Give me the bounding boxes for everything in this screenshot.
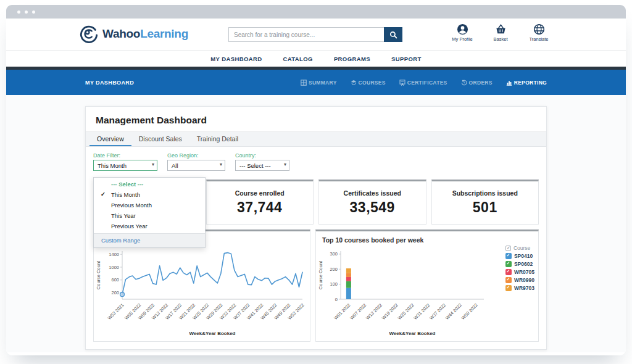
svg-text:Course Count: Course Count (318, 260, 323, 289)
dropdown-option-previous-year[interactable]: Previous Year (94, 221, 205, 231)
svg-text:W07 2022: W07 2022 (349, 302, 367, 321)
legend-label: SP0602 (514, 261, 533, 267)
dropdown-option-previous-month[interactable]: Previous Month (94, 200, 205, 210)
dash-link-summary[interactable]: SUMMARY (301, 80, 337, 86)
chevron-down-icon: ▾ (152, 162, 154, 167)
date-filter-label: Date Filter: (93, 152, 157, 159)
profile-icon (457, 23, 468, 35)
dropdown-option-this-year[interactable]: This Year (94, 210, 205, 221)
legend-item-wr0990[interactable]: WR0990 (505, 277, 534, 283)
dashboard-bar-title: MY DASHBOARD (85, 80, 134, 86)
basket-icon (495, 23, 507, 35)
country-value: --- Select --- (239, 162, 271, 169)
dashboard-bar-links: SUMMARY COURSES (301, 80, 547, 86)
orders-history-icon (461, 80, 467, 86)
legend-item-sp0410[interactable]: SP0410 (505, 253, 534, 259)
legend-swatch-icon (505, 261, 512, 267)
site-header: WahooLearning (6, 19, 626, 51)
dash-link-certificates[interactable]: CERTIFICATES (399, 80, 447, 86)
svg-text:Course Count: Course Count (96, 260, 101, 289)
country-select[interactable]: --- Select --- ▾ (235, 160, 289, 171)
search-bar (228, 27, 402, 42)
custom-range-link[interactable]: Custom Range (94, 233, 205, 247)
primary-nav: MY DASHBOARD CATALOG PROGRAMS SUPPORT (6, 51, 626, 67)
stat-label: Course enrolled (207, 189, 314, 197)
nav-catalog[interactable]: CATALOG (283, 56, 313, 62)
dashboard-bar: MY DASHBOARD SUMMARY (6, 67, 626, 95)
basket-label: Basket (494, 36, 508, 42)
date-filter-dropdown: --- Select --- This Month Previous Month… (93, 177, 206, 248)
legend-swatch-icon (505, 269, 512, 275)
stat-card-certificates-issued: Certificates issued 33,549 (318, 180, 426, 225)
svg-text:Week&Year Booked: Week&Year Booked (389, 331, 436, 336)
tab-overview[interactable]: Overview (89, 132, 131, 146)
dash-link-summary-label: SUMMARY (309, 80, 337, 86)
legend-swatch-icon (505, 277, 512, 283)
browser-titlebar (6, 5, 626, 19)
window-control-dot[interactable] (32, 10, 35, 14)
dash-link-courses-label: COURSES (359, 80, 386, 86)
tab-discount-sales[interactable]: Discount Sales (131, 132, 189, 146)
dash-link-courses[interactable]: COURSES (351, 80, 386, 86)
svg-text:100: 100 (330, 281, 338, 287)
tab-training-detail[interactable]: Training Detail (189, 132, 246, 146)
search-button[interactable] (384, 27, 402, 42)
wahoo-learning-logo[interactable]: WahooLearning (79, 24, 188, 44)
dashboard-tabs: Overview Discount Sales Training Detail (86, 131, 546, 147)
geo-region-value: All (172, 162, 178, 169)
search-input[interactable] (228, 27, 384, 42)
svg-text:W37 2022: W37 2022 (428, 302, 447, 321)
date-filter-select[interactable]: This Month ▾ (93, 160, 157, 171)
top-courses-chart-card: Top 10 courses booked per week 010020030… (315, 230, 539, 342)
header-actions: My Profile Basket (448, 23, 553, 42)
page: WahooLearning (0, 0, 632, 364)
window-control-dot[interactable] (17, 10, 20, 14)
basket-button[interactable]: Basket (486, 23, 515, 42)
date-filter-value: This Month (98, 162, 127, 169)
dash-link-certificates-label: CERTIFICATES (407, 80, 447, 86)
svg-text:0: 0 (335, 297, 338, 302)
my-profile-label: My Profile (452, 36, 472, 42)
geo-region-group: Geo Region: All ▾ (167, 152, 225, 171)
chevron-down-icon: ▾ (284, 162, 286, 167)
dash-link-orders[interactable]: ORDERS (461, 80, 493, 86)
nav-programs[interactable]: PROGRAMS (334, 56, 370, 62)
translate-globe-icon (533, 23, 545, 35)
legend-item-wr9703[interactable]: WR9703 (505, 285, 534, 291)
dash-link-orders-label: ORDERS (469, 80, 493, 86)
svg-text:300: 300 (330, 251, 338, 257)
translate-button[interactable]: Translate (525, 23, 553, 42)
legend-item-wr0705[interactable]: WR0705 (505, 269, 534, 275)
legend-course-toggle[interactable]: Course (505, 245, 534, 251)
dropdown-option-this-month[interactable]: This Month (94, 189, 205, 200)
svg-text:200: 200 (111, 290, 119, 296)
svg-text:W31 2022: W31 2022 (412, 302, 431, 321)
dropdown-header-option[interactable]: --- Select --- (94, 179, 205, 189)
geo-region-label: Geo Region: (167, 152, 225, 159)
window-control-dot[interactable] (25, 10, 28, 14)
geo-region-select[interactable]: All ▾ (167, 160, 225, 171)
dash-link-reporting[interactable]: REPORTING (506, 80, 547, 86)
management-dashboard-panel: Management Dashboard Overview Discount S… (85, 106, 547, 350)
country-label: Country: (235, 152, 289, 159)
legend-label: WR9703 (514, 285, 534, 291)
logo-swirl-icon (79, 24, 99, 44)
nav-my-dashboard[interactable]: MY DASHBOARD (210, 56, 262, 62)
browser-viewport: WahooLearning (6, 19, 626, 355)
country-group: Country: --- Select --- ▾ (235, 152, 289, 171)
nav-support[interactable]: SUPPORT (391, 56, 422, 62)
legend-item-sp0602[interactable]: SP0602 (505, 261, 534, 267)
stat-label: Certificates issued (319, 189, 426, 197)
main-content: Management Dashboard Overview Discount S… (6, 95, 626, 352)
browser-window: WahooLearning (6, 5, 626, 355)
chart-title: Top 10 courses booked per week (316, 231, 538, 244)
svg-text:W01 2022: W01 2022 (333, 302, 351, 321)
dash-link-reporting-label: REPORTING (514, 80, 547, 86)
svg-text:1400: 1400 (109, 252, 119, 257)
reporting-chart-icon (506, 80, 512, 86)
legend-swatch-icon (505, 285, 512, 291)
brand-name: WahooLearning (102, 27, 188, 41)
legend-label: SP0410 (514, 253, 533, 259)
svg-text:200: 200 (330, 267, 338, 272)
my-profile-button[interactable]: My Profile (448, 23, 476, 42)
